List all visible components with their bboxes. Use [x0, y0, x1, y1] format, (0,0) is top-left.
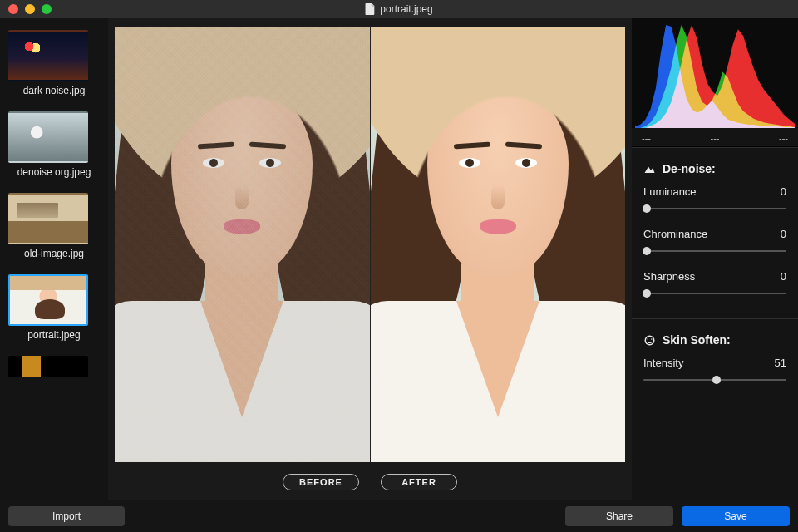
denoise-heading: De-noise: [643, 162, 786, 175]
param-value: 0 [781, 185, 786, 198]
svg-point-2 [651, 338, 653, 340]
param-label: Intensity [643, 357, 683, 369]
slider-luminance[interactable] [643, 203, 786, 214]
slider-chrominance[interactable] [643, 245, 786, 257]
window-close-button[interactable] [8, 4, 18, 14]
param-luminance: Luminance0 [643, 185, 786, 214]
titlebar: portrait.jpeg [0, 0, 798, 18]
slider-intensity[interactable] [643, 374, 786, 386]
thumbnail-image [8, 193, 88, 244]
tick-right: --- [779, 133, 788, 143]
histogram[interactable] [632, 18, 798, 128]
bottom-bar: Import Share Save [0, 500, 798, 532]
param-value: 51 [775, 357, 786, 369]
window-minimize-button[interactable] [25, 4, 35, 14]
thumbnail[interactable]: dark noise.jpg [8, 30, 100, 96]
svg-point-1 [648, 338, 649, 340]
import-button[interactable]: Import [8, 506, 125, 526]
tick-center: --- [711, 133, 720, 143]
share-button[interactable]: Share [565, 506, 673, 526]
param-label: Sharpness [643, 270, 695, 283]
thumbnail[interactable]: portrait.jpeg [8, 274, 100, 341]
thumbnail[interactable]: denoise org.jpeg [8, 111, 100, 178]
traffic-lights [0, 4, 52, 14]
thumbnail-label: portrait.jpeg [8, 329, 100, 341]
before-button[interactable]: BEFORE [283, 474, 359, 490]
controls-panel: --- --- --- De-noise: Luminance0Chromina… [632, 18, 798, 500]
thumbnail-sidebar: dark noise.jpgdenoise org.jpegold-image.… [0, 18, 108, 500]
canvas-column: BEFORE AFTER [108, 18, 632, 500]
thumbnail-label: dark noise.jpg [8, 85, 100, 96]
slider-sharpness[interactable] [643, 288, 786, 299]
window-title: portrait.jpeg [365, 3, 432, 15]
param-value: 0 [781, 270, 786, 283]
tick-left: --- [642, 133, 651, 143]
thumbnail-image [8, 30, 88, 81]
before-panel [115, 27, 370, 462]
window-zoom-button[interactable] [42, 4, 52, 14]
compare-view[interactable] [115, 27, 625, 462]
window-title-text: portrait.jpeg [380, 3, 432, 15]
mountain-icon [643, 163, 656, 175]
after-panel [370, 27, 626, 462]
param-label: Luminance [643, 185, 697, 198]
param-label: Chrominance [643, 228, 707, 240]
file-icon [365, 3, 375, 15]
main-area: dark noise.jpgdenoise org.jpegold-image.… [0, 18, 798, 500]
histogram-ticks: --- --- --- [632, 128, 798, 143]
skin-heading: Skin Soften: [643, 333, 786, 347]
compare-label-row: BEFORE AFTER [108, 469, 632, 500]
param-value: 0 [781, 228, 786, 240]
param-chrominance: Chrominance0 [643, 228, 786, 257]
param-sharpness: Sharpness0 [643, 270, 786, 299]
skin-section: Skin Soften: Intensity51 [632, 322, 798, 401]
divider [632, 146, 798, 147]
thumbnail[interactable]: old-image.jpg [8, 193, 100, 259]
divider [632, 318, 798, 318]
save-button[interactable]: Save [682, 506, 790, 526]
thumbnail-label: old-image.jpg [8, 248, 100, 259]
svg-point-0 [645, 336, 654, 345]
denoise-section: De-noise: Luminance0Chrominance0Sharpnes… [632, 150, 798, 314]
thumbnail-image [8, 356, 88, 377]
param-intensity: Intensity51 [643, 357, 786, 386]
thumbnail-image [8, 274, 88, 326]
thumbnail-label: denoise org.jpeg [8, 166, 100, 178]
thumbnail-image [8, 111, 88, 163]
face-icon [643, 334, 656, 347]
thumbnail[interactable] [8, 356, 100, 377]
after-button[interactable]: AFTER [381, 474, 457, 490]
